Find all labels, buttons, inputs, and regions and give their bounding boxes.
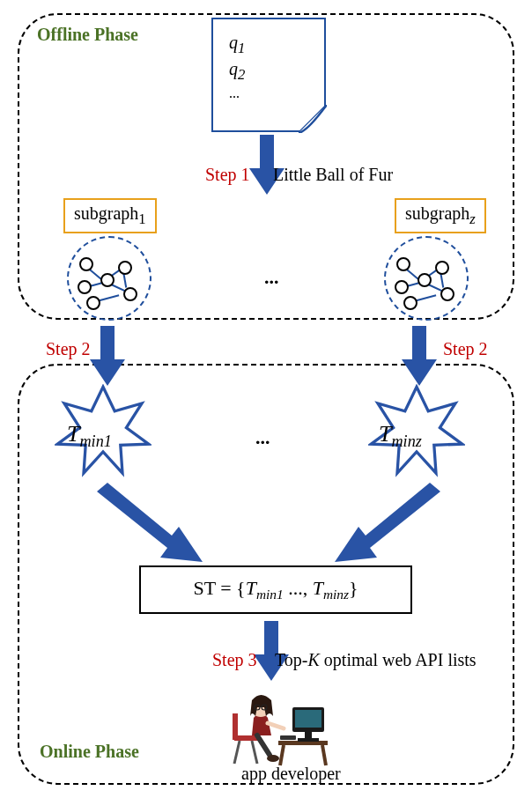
- svg-rect-1: [233, 713, 238, 740]
- svg-rect-15: [280, 735, 296, 740]
- step-1-caption: Little Ball of Fur: [273, 165, 393, 185]
- query-2: q2: [229, 59, 245, 84]
- svg-line-2: [234, 741, 240, 764]
- arrow-tmin1-to-st: [97, 483, 220, 571]
- subgraph-1-graph: [67, 236, 151, 321]
- step-2-label-left: Step 2: [46, 339, 91, 359]
- svg-line-3: [252, 741, 257, 764]
- subgraph-ellipsis: ...: [264, 266, 279, 289]
- tmin1-text: Tmin1: [67, 421, 112, 451]
- st-set-box: ST = {Tmin1 ..., Tminz}: [139, 565, 412, 614]
- app-developer-icon: [227, 691, 333, 771]
- svg-line-9: [280, 745, 284, 765]
- query-document: q1 q2 ...: [211, 18, 326, 132]
- svg-rect-14: [298, 738, 319, 742]
- step-1-label: Step 1: [205, 165, 250, 185]
- arrow-step2-right: [402, 326, 437, 386]
- app-developer-label: app developer: [241, 764, 341, 784]
- arrow-tminz-to-st: [317, 483, 440, 571]
- svg-rect-13: [305, 732, 312, 739]
- subgraph-z-label: subgraphz: [395, 198, 486, 233]
- subgraph-1-label: subgraph1: [63, 198, 157, 233]
- svg-point-7: [267, 755, 279, 762]
- query-dots: ...: [229, 85, 240, 101]
- step-3-label: Step 3: [212, 650, 257, 670]
- step-2-label-right: Step 2: [443, 339, 488, 359]
- svg-line-10: [322, 745, 326, 765]
- offline-phase-label: Offline Phase: [37, 25, 138, 45]
- arrow-step2-left: [90, 326, 125, 386]
- svg-rect-12: [295, 710, 321, 728]
- step-3-caption: Top-K optimal web API lists: [275, 650, 477, 670]
- online-phase-label: Online Phase: [40, 742, 139, 762]
- tminz-text: Tminz: [379, 421, 422, 451]
- star-ellipsis: ...: [255, 426, 270, 449]
- subgraph-z-graph: [384, 236, 469, 321]
- query-1: q1: [229, 33, 245, 57]
